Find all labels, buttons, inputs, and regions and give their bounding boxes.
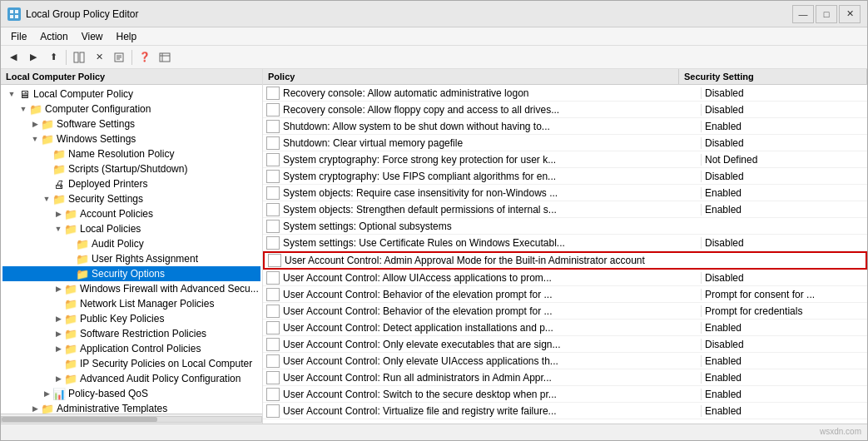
policy-checkbox[interactable]	[266, 404, 280, 418]
tree-item-local-policies[interactable]: ▼ 📁 Local Policies	[2, 221, 260, 236]
table-row[interactable]: User Account Control: Only elevate execu…	[263, 336, 867, 353]
setting-column-header[interactable]: Security Setting	[679, 69, 867, 84]
minimize-button[interactable]: —	[792, 5, 814, 23]
close-button[interactable]: ✕	[839, 5, 861, 23]
table-row[interactable]: System cryptography: Use FIPS compliant …	[263, 168, 867, 185]
policy-checkbox[interactable]	[266, 153, 280, 166]
tree-item-user-rights[interactable]: 📁 User Rights Assignment	[2, 251, 260, 266]
expand-public-key[interactable]: ▶	[52, 313, 64, 325]
tree-item-app-control[interactable]: ▶ 📁 Application Control Policies	[2, 341, 260, 356]
table-row[interactable]: System objects: Require case insensitivi…	[263, 185, 867, 201]
tree-item-advanced-audit[interactable]: ▶ 📁 Advanced Audit Policy Configuration	[2, 371, 260, 386]
policy-checkbox[interactable]	[266, 288, 280, 301]
forward-button[interactable]: ▶	[24, 48, 42, 67]
table-row[interactable]: System objects: Strengthen default permi…	[263, 201, 867, 218]
tree-label-windows-firewall: Windows Firewall with Advanced Secu...	[80, 283, 259, 295]
policy-checkbox[interactable]	[266, 120, 280, 133]
table-row-highlighted[interactable]: User Account Control: Admin Approval Mod…	[263, 251, 867, 270]
tree-item-policy-based-qos[interactable]: ▶ 📊 Policy-based QoS	[2, 386, 260, 401]
tree-item-scripts[interactable]: 📁 Scripts (Startup/Shutdown)	[2, 161, 260, 176]
policy-setting: Disabled	[701, 237, 867, 249]
tree-item-ip-security[interactable]: 📁 IP Security Policies on Local Computer	[2, 356, 260, 371]
policy-checkbox[interactable]	[268, 254, 281, 267]
table-row[interactable]: User Account Control: Virtualize file an…	[263, 403, 867, 419]
table-row[interactable]: Recovery console: Allow floppy copy and …	[263, 102, 867, 118]
table-row[interactable]: System cryptography: Force strong key pr…	[263, 151, 867, 168]
policy-checkbox[interactable]	[266, 321, 280, 334]
expand-policy-based-qos[interactable]: ▶	[41, 388, 52, 399]
tree-item-audit-policy[interactable]: 📁 Audit Policy	[2, 236, 260, 251]
policy-checkbox[interactable]	[266, 305, 280, 318]
menu-help[interactable]: Help	[110, 29, 144, 44]
tree-item-software-settings[interactable]: ▶ 📁 Software Settings	[2, 116, 260, 131]
table-row[interactable]: User Account Control: Allow UIAccess app…	[263, 270, 867, 286]
policy-checkbox[interactable]	[266, 136, 280, 150]
expand-local-policies[interactable]: ▼	[52, 223, 64, 235]
tree-item-local-computer-policy[interactable]: ▼ 🖥 Local Computer Policy	[2, 87, 260, 102]
tree-item-windows-firewall[interactable]: ▶ 📁 Windows Firewall with Advanced Secu.…	[2, 281, 260, 296]
tree-item-deployed-printers[interactable]: 🖨 Deployed Printers	[2, 176, 260, 191]
tree-item-admin-templates[interactable]: ▶ 📁 Administrative Templates	[2, 401, 260, 414]
policy-checkbox[interactable]	[266, 354, 280, 368]
tree-item-security-settings[interactable]: ▼ 📁 Security Settings	[2, 191, 260, 206]
expand-local-computer-policy[interactable]: ▼	[6, 88, 17, 100]
policy-checkbox[interactable]	[266, 103, 280, 116]
expand-app-control[interactable]: ▶	[52, 343, 64, 354]
tree-view[interactable]: ▼ 🖥 Local Computer Policy ▼ 📁 Computer C…	[1, 85, 262, 414]
expand-software-settings[interactable]: ▶	[29, 118, 41, 130]
tree-item-computer-config[interactable]: ▼ 📁 Computer Configuration	[2, 102, 260, 116]
menu-view[interactable]: View	[75, 29, 110, 44]
maximize-button[interactable]: □	[816, 5, 837, 23]
table-row[interactable]: User Account Control: Only elevate UIAcc…	[263, 353, 867, 369]
up-button[interactable]: ⬆	[44, 48, 62, 67]
policy-checkbox[interactable]	[266, 388, 280, 401]
delete-button[interactable]: ✕	[90, 48, 108, 67]
policy-checkbox[interactable]	[266, 203, 280, 216]
tree-item-name-resolution[interactable]: 📁 Name Resolution Policy	[2, 146, 260, 161]
tree-item-public-key[interactable]: ▶ 📁 Public Key Policies	[2, 311, 260, 326]
expand-admin-templates[interactable]: ▶	[29, 403, 41, 414]
expand-software-restriction[interactable]: ▶	[52, 328, 64, 339]
tree-item-security-options[interactable]: 📁 Security Options	[2, 266, 260, 281]
tree-item-windows-settings[interactable]: ▼ 📁 Windows Settings	[2, 131, 260, 146]
export-button[interactable]	[156, 48, 174, 67]
policy-checkbox[interactable]	[266, 236, 280, 250]
policy-checkbox[interactable]	[266, 338, 280, 351]
table-row[interactable]: Shutdown: Allow system to be shut down w…	[263, 118, 867, 135]
expand-security-settings[interactable]: ▼	[41, 193, 52, 205]
table-row[interactable]: User Account Control: Behavior of the el…	[263, 303, 867, 320]
tree-scrollbar-h[interactable]	[1, 414, 262, 424]
policy-checkbox[interactable]	[266, 271, 280, 285]
tree-item-software-restriction[interactable]: ▶ 📁 Software Restriction Policies	[2, 326, 260, 341]
properties-button[interactable]	[110, 48, 128, 67]
expand-advanced-audit[interactable]: ▶	[52, 373, 64, 384]
show-hide-button[interactable]	[70, 48, 88, 67]
policy-checkbox[interactable]	[266, 371, 280, 384]
table-row[interactable]: System settings: Use Certificate Rules o…	[263, 235, 867, 251]
table-row[interactable]: System settings: Optional subsystems	[263, 218, 867, 235]
help-button[interactable]: ❓	[136, 48, 154, 67]
menu-action[interactable]: Action	[33, 29, 74, 44]
table-row[interactable]: User Account Control: Detect application…	[263, 320, 867, 336]
tree-label-computer-config: Computer Configuration	[45, 103, 151, 115]
tree-item-account-policies[interactable]: ▶ 📁 Account Policies	[2, 206, 260, 221]
policy-checkbox[interactable]	[266, 220, 280, 233]
policy-checkbox[interactable]	[266, 186, 280, 200]
expand-windows-settings[interactable]: ▼	[29, 133, 41, 145]
tree-item-network-list[interactable]: 📁 Network List Manager Policies	[2, 296, 260, 311]
table-row[interactable]: User Account Control: Behavior of the el…	[263, 286, 867, 303]
table-row[interactable]: Recovery console: Allow automatic admini…	[263, 85, 867, 102]
tree-label-public-key: Public Key Policies	[80, 313, 164, 325]
policy-checkbox[interactable]	[266, 87, 280, 100]
expand-computer-config[interactable]: ▼	[17, 103, 29, 115]
expand-windows-firewall[interactable]: ▶	[52, 283, 64, 295]
table-row[interactable]: User Account Control: Switch to the secu…	[263, 386, 867, 403]
expand-account-policies[interactable]: ▶	[52, 208, 64, 220]
menu-file[interactable]: File	[4, 29, 33, 44]
back-button[interactable]: ◀	[4, 48, 22, 67]
policy-list[interactable]: Recovery console: Allow automatic admini…	[263, 85, 867, 424]
policy-column-header[interactable]: Policy	[263, 69, 679, 84]
table-row[interactable]: User Account Control: Run all administra…	[263, 369, 867, 386]
table-row[interactable]: Shutdown: Clear virtual memory pagefile …	[263, 135, 867, 151]
policy-checkbox[interactable]	[266, 170, 280, 183]
